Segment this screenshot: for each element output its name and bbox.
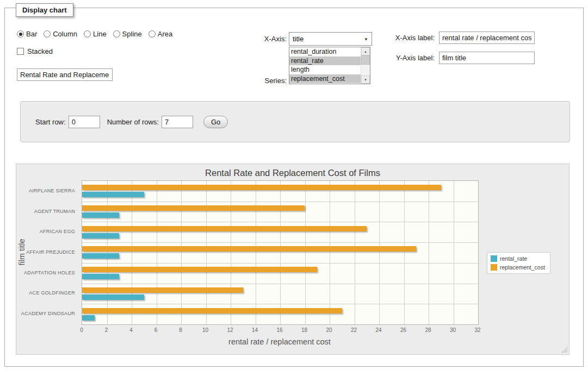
x-axis-label-field-label: X-Axis label:	[380, 34, 435, 42]
x-tick-label: 18	[301, 327, 307, 333]
legend-label: replacement_cost	[500, 264, 545, 271]
bar-group	[82, 304, 478, 324]
radio-line-icon[interactable]	[84, 30, 91, 37]
series-field-label: Series:	[215, 77, 287, 85]
x-axis-title: rental rate / replacement cost	[82, 337, 478, 346]
x-tick-label: 14	[252, 327, 258, 333]
bar-rental_rate	[82, 233, 119, 239]
x-tick-label: 30	[450, 327, 456, 333]
bar-group	[82, 284, 478, 304]
x-tick-label: 28	[425, 327, 431, 333]
series-option-length[interactable]: length	[289, 65, 361, 74]
x-tick-label: 12	[227, 327, 233, 333]
bar-replacement_cost	[82, 287, 243, 293]
legend-swatch	[491, 255, 497, 262]
radio-area-icon[interactable]	[148, 30, 156, 37]
chart-title-input[interactable]	[17, 68, 113, 81]
bar-rental_rate	[82, 294, 144, 300]
number-of-rows-label: Number of rows:	[107, 118, 159, 126]
category-axis: AIRPLANE SIERRAAGENT TRUMANAFRICAN EGGAF…	[21, 180, 78, 324]
bar-rental_rate	[82, 274, 119, 279]
bar-group	[82, 181, 478, 202]
chart-type-label: Line	[93, 30, 107, 38]
series-scrollbar[interactable]: ▲ ▼	[361, 47, 370, 84]
bar-group	[82, 222, 478, 242]
chart-type-option-column[interactable]: Column	[44, 30, 77, 38]
x-tick-label: 26	[400, 327, 406, 333]
category-label: ACADEMY DINOSAUR	[21, 303, 75, 324]
x-axis-selected-value: title	[293, 35, 304, 43]
chart-type-label: Spline	[122, 30, 142, 38]
bar-group	[82, 242, 478, 263]
chart-container: Rental Rate and Replacement Cost of Film…	[16, 164, 570, 355]
x-tick-label: 16	[276, 327, 282, 333]
legend-item: replacement_cost	[491, 264, 545, 271]
chart-type-label: Column	[53, 30, 77, 38]
chart-type-option-line[interactable]: Line	[84, 30, 107, 38]
bar-replacement_cost	[82, 308, 342, 313]
bar-replacement_cost	[82, 246, 416, 252]
number-of-rows-input[interactable]	[162, 116, 193, 128]
series-option-replacement_cost[interactable]: replacement_cost	[289, 74, 361, 84]
x-tick-label: 0	[80, 327, 83, 333]
stacked-label: Stacked	[27, 47, 53, 55]
category-label: AGENT TRUMAN	[21, 201, 75, 222]
stacked-checkbox[interactable]	[17, 48, 24, 55]
radio-column-icon[interactable]	[44, 30, 51, 37]
category-label: AIRPLANE SIERRA	[21, 180, 75, 201]
category-label: AFRICAN EGG	[21, 221, 75, 242]
radio-bar-icon[interactable]	[17, 30, 24, 37]
radio-spline-icon[interactable]	[113, 30, 120, 37]
display-chart-panel: Display chart BarColumnLineSplineArea St…	[4, 8, 584, 367]
x-axis-ticks: 02468101214161820222426283032	[82, 327, 478, 335]
chart-type-option-bar[interactable]: Bar	[17, 30, 37, 38]
panel-legend: Display chart	[16, 3, 73, 17]
resize-handle-icon[interactable]	[561, 347, 567, 353]
bar-rental_rate	[82, 212, 119, 218]
legend-item: rental_rate	[491, 255, 545, 262]
legend-swatch	[491, 264, 497, 271]
bar-replacement_cost	[82, 205, 305, 211]
bar-rental_rate	[82, 315, 95, 321]
scrollbar-thumb[interactable]	[361, 55, 370, 65]
chart-title: Rental Rate and Replacement Cost of Film…	[16, 168, 569, 178]
go-button[interactable]: Go	[203, 116, 228, 128]
x-tick-label: 2	[105, 327, 108, 333]
plot-area	[82, 180, 479, 325]
x-tick-label: 8	[179, 327, 182, 333]
category-label: ACE GOLDFINGER	[21, 283, 75, 304]
y-axis-label-input[interactable]	[439, 52, 535, 64]
scroll-down-icon[interactable]: ▼	[361, 76, 370, 84]
x-tick-label: 20	[326, 327, 332, 333]
category-label: AFFAIR PREJUDICE	[21, 242, 75, 262]
start-row-input[interactable]	[69, 116, 100, 128]
x-tick-label: 22	[351, 327, 357, 333]
chart-legend: rental_ratereplacement_cost	[487, 252, 550, 274]
chevron-down-icon: ▼	[364, 37, 368, 42]
chart-type-option-spline[interactable]: Spline	[113, 30, 142, 38]
chart-type-option-area[interactable]: Area	[148, 30, 172, 38]
chart-type-label: Area	[158, 30, 172, 38]
series-listbox[interactable]: rental_durationrental_ratelengthreplacem…	[289, 47, 370, 84]
bar-rental_rate	[82, 192, 144, 197]
x-axis-label-input[interactable]	[439, 32, 535, 44]
stacked-option[interactable]: Stacked	[17, 47, 53, 55]
start-row-label: Start row:	[35, 118, 66, 126]
legend-label: rental_rate	[500, 255, 527, 262]
y-axis-label-field-label: Y-Axis label:	[380, 54, 435, 62]
x-tick-label: 4	[129, 327, 133, 333]
rows-form: Start row: Number of rows: Go	[20, 101, 570, 142]
scroll-up-icon[interactable]: ▲	[361, 47, 370, 55]
category-label: ADAPTATION HOLES	[21, 262, 75, 283]
series-option-rental_rate[interactable]: rental_rate	[289, 57, 361, 66]
bar-group	[82, 263, 478, 284]
x-tick-label: 24	[375, 327, 381, 333]
bar-replacement_cost	[82, 226, 367, 231]
bar-group	[82, 202, 478, 222]
x-axis-select[interactable]: title ▼	[289, 32, 372, 46]
bar-replacement_cost	[82, 267, 317, 272]
series-option-rental_duration[interactable]: rental_duration	[289, 47, 361, 57]
bar-replacement_cost	[82, 185, 441, 190]
x-tick-label: 32	[474, 327, 480, 333]
x-axis-field-label: X-Axis:	[215, 35, 287, 43]
